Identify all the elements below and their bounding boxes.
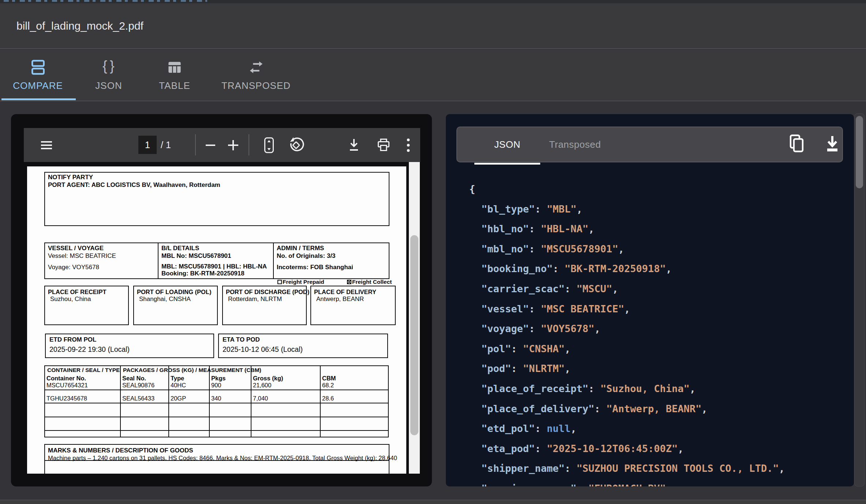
table-cell: SEAL90876 [122,382,154,389]
location-title: PLACE OF DELIVERY [314,289,376,296]
table-col-header: CBM [322,375,336,382]
table-cell: 21,600 [253,382,271,389]
table-column-border [209,365,210,437]
json-code-line: "consignee_name": "EUROMACH BV", [481,483,672,487]
json-code-line: "place_of_delivery": "Antwerp, BEANR", [481,403,708,414]
incoterms-line: Incoterms: FOB Shanghai [277,264,353,271]
table-col-header: Container No. [46,375,86,382]
location-title: PORT OF LOADING (POL) [137,289,212,296]
clipped-top-bar [0,0,866,3]
table-col-header: Seal No. [122,375,146,382]
notify-party-box [44,172,389,226]
pdf-scrollbar[interactable] [409,162,420,474]
table-column-border [168,365,169,437]
table-cell: MSCU7654321 [46,382,88,389]
mbl-line: MBL No: MSCU5678901 [161,252,231,260]
table-column-border [320,365,321,437]
json-code-line: "etd_pol": null, [481,423,576,434]
json-code-line: "voyage": "VOY5678", [481,323,600,334]
freight-checkbox [347,280,351,284]
notify-party-title: NOTIFY PARTY [48,174,93,181]
pdf-toolbar: 1/ 1 [24,128,420,162]
hamburger-menu-icon[interactable] [41,128,52,162]
toolbar-divider [195,134,196,155]
table-col-header: Pkgs [211,375,225,382]
table-cell: 7,040 [253,395,268,402]
json-code-line: "carrier_scac": "MSCU", [481,283,618,294]
json-code-line: "pod": "NLRTM", [481,363,571,374]
transposed-arrows-icon [248,59,265,76]
json-code-line: { [469,183,475,195]
marks-title: MARKS & NUMBERS / DESCRIPTION OF GOODS [48,447,193,454]
print-icon[interactable] [376,128,391,162]
mbl-hbl-line: MBL: MSCU5678901 | HBL: HBL-NA [161,263,267,270]
json-code-line: "booking_no": "BK-RTM-20250918", [481,263,672,274]
tab-label: TRANSPOSED [221,80,291,91]
tab-label: COMPARE [13,80,63,91]
tab-json[interactable]: {}JSON [76,50,142,101]
bottom-strip [0,500,866,504]
table-cell: 900 [211,382,221,389]
location-value: Antwerp, BEANR [316,296,364,303]
compare-icon [30,59,46,76]
vessel-line: Vessel: MSC BEATRICE [48,252,116,260]
tab-table[interactable]: TABLE [142,50,208,101]
json-code-line: "vessel": "MSC BEATRICE", [481,303,630,314]
window-scrollbar-thumb[interactable] [856,116,863,188]
freight-label: Freight Prepaid [283,279,324,285]
table-cell: 340 [211,395,221,402]
main-tabs: COMPARE{}JSONTABLETRANSPOSED [0,50,866,101]
location-value: Shanghai, CNSHA [139,296,191,303]
json-code-line: "mbl_no": "MSCU5678901", [481,243,624,254]
tab-compare[interactable]: COMPARE [0,50,76,101]
json-code-line: "shipper_name": "SUZHOU PRECISION TOOLS … [481,463,785,474]
table-row-border [44,417,389,417]
toolbar-divider [249,134,249,155]
fit-to-page-icon[interactable] [263,128,275,162]
marks-underline [44,460,389,461]
json-panel: JSON Transposed {"bl_type": "MBL","hbl_n… [446,114,854,486]
location-value: Rotterdam, NLRTM [228,296,282,303]
page-number-input[interactable]: 1 [138,136,157,154]
json-code-line: "bl_type": "MBL", [481,203,582,214]
json-code-line: "pol": "CNSHA", [481,343,571,354]
table-column-border [251,365,251,437]
zoom-out-icon[interactable] [206,128,215,162]
table-cell: 20GP [171,395,186,402]
schedule-title: ETA TO POD [223,336,260,343]
column-divider [158,242,158,279]
voyage-line: Voyage: VOY5678 [48,264,99,271]
active-tab-indicator [1,98,76,100]
json-code-line: "hbl_no": "HBL-NA", [481,223,594,234]
table-group-header: PACKAGES / GROSS (KG) / MEASUREMENT (CBM… [123,367,261,373]
json-code: {"bl_type": "MBL","hbl_no": "HBL-NA","mb… [446,114,854,486]
window-scrollbar[interactable] [854,113,865,486]
table-column-border [120,365,121,437]
table-cell: SEAL56433 [122,395,154,402]
table-row-border [44,390,389,390]
location-value: Suzhou, China [50,296,91,303]
booking-line: Booking: BK-RTM-20250918 [161,270,245,277]
pdf-scrollbar-thumb[interactable] [410,235,418,435]
page-count-label: / 1 [161,128,171,162]
json-braces-icon: {} [101,59,116,76]
more-vertical-icon[interactable] [407,128,410,162]
pdf-page: NOTIFY PARTYPORT AGENT: ABC LOGISTICS BV… [27,166,406,474]
rotate-icon[interactable] [288,128,304,162]
table-col-header: Type [171,375,184,382]
location-title: PORT OF DISCHARGE (POD) [226,289,309,296]
table-group-header: CONTAINER / SEAL / TYPE [47,367,120,373]
app-window: bill_of_lading_mock_2.pdf COMPARE{}JSONT… [0,0,866,504]
table-row-border [44,403,389,403]
table-cell: 40HC [171,382,186,389]
table-icon [167,59,182,76]
download-icon[interactable] [347,128,361,162]
admin-terms-title: ADMIN / TERMS [277,245,324,252]
zoom-in-icon[interactable] [228,128,238,162]
schedule-value: 2025-10-12 06:45 (Local) [223,345,303,354]
tab-transposed[interactable]: TRANSPOSED [208,50,305,101]
document-title: bill_of_lading_mock_2.pdf [16,20,143,32]
json-code-line: "eta_pod": "2025-10-12T06:45:00Z", [481,443,684,454]
bl-details-title: B/L DETAILS [161,245,199,252]
app-header: bill_of_lading_mock_2.pdf [0,3,866,49]
